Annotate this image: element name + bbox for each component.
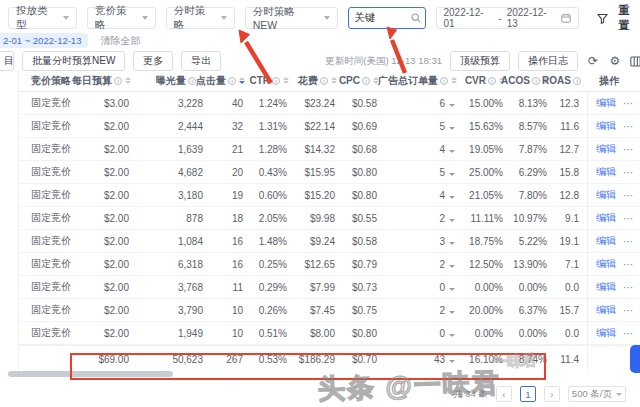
edit-button[interactable]: 编辑 xyxy=(596,142,616,156)
info-icon[interactable] xyxy=(320,77,328,85)
info-icon[interactable] xyxy=(188,77,196,85)
col-header-roas: ROAS xyxy=(555,75,587,86)
toolbar-left: 批量分时预算NEW 更多 导出 xyxy=(22,51,221,71)
sort-carets-icon[interactable] xyxy=(331,77,337,84)
info-icon[interactable] xyxy=(488,77,496,85)
info-icon[interactable] xyxy=(272,77,280,85)
info-icon[interactable] xyxy=(573,77,581,85)
row-more-icon[interactable]: ··· xyxy=(623,167,633,178)
col-header-clicks[interactable]: 点击量 xyxy=(211,74,251,88)
horizontal-scrollbar[interactable] xyxy=(8,371,173,377)
cell-clicks: 18 xyxy=(211,213,251,224)
orders-expand-icon[interactable] xyxy=(449,311,455,314)
refresh-icon[interactable]: ⟳ xyxy=(586,54,600,68)
edit-button[interactable]: 编辑 xyxy=(596,188,616,202)
next-page-button[interactable]: › xyxy=(544,386,560,402)
sort-carets-icon[interactable] xyxy=(125,77,131,84)
filter-delivery-type[interactable]: 投放类型 xyxy=(8,7,77,29)
sort-carets-icon[interactable] xyxy=(451,77,457,84)
orders-expand-icon[interactable] xyxy=(449,334,455,337)
sort-carets-icon[interactable] xyxy=(239,77,245,84)
row-more-icon[interactable]: ··· xyxy=(623,282,633,293)
reset-button[interactable]: 重置 xyxy=(618,3,640,33)
filter-dayparting-new[interactable]: 分时策略NEW xyxy=(245,7,338,29)
orders-expand-icon[interactable] xyxy=(449,150,455,153)
export-button[interactable]: 导出 xyxy=(181,51,221,71)
cell-budget: $2.00 xyxy=(79,282,137,293)
row-more-icon[interactable]: ··· xyxy=(623,305,633,316)
info-icon[interactable] xyxy=(228,77,236,85)
edit-button[interactable]: 编辑 xyxy=(596,257,616,271)
cell-cpc: $0.58 xyxy=(343,98,385,109)
cell-clicks: 10 xyxy=(211,328,251,339)
cell-ctr: 0.43% xyxy=(251,167,295,178)
col-header-budget[interactable]: 每日预算 xyxy=(79,74,137,88)
sort-carets-icon[interactable] xyxy=(283,77,289,84)
row-more-icon[interactable]: ··· xyxy=(623,213,633,224)
top-budget-button[interactable]: 顶级预算 xyxy=(450,51,510,71)
row-more-icon[interactable]: ··· xyxy=(623,121,633,132)
filter-dayparting[interactable]: 分时策略 xyxy=(166,7,235,29)
row-more-icon[interactable]: ··· xyxy=(623,236,633,247)
edit-button[interactable]: 编辑 xyxy=(596,211,616,225)
chevron-down-icon xyxy=(142,16,148,20)
search-input[interactable] xyxy=(355,12,407,24)
clear-all-button[interactable]: 清除全部 xyxy=(100,34,140,48)
edit-button[interactable]: 编辑 xyxy=(596,326,616,340)
cell-acos: 0.00% xyxy=(511,328,555,339)
edit-button[interactable]: 编辑 xyxy=(596,280,616,294)
cell-roas: 7.1 xyxy=(555,259,587,270)
orders-expand-icon[interactable] xyxy=(449,265,455,268)
orders-expand-icon[interactable] xyxy=(449,196,455,199)
edit-button[interactable]: 编辑 xyxy=(596,165,616,179)
page-size-select[interactable]: 500 条/页 xyxy=(568,386,626,402)
edit-button[interactable]: 编辑 xyxy=(596,303,616,317)
operation-log-button[interactable]: 操作日志 xyxy=(518,51,578,71)
date-range-picker[interactable]: 2022-12-01 - 2022-12-13 xyxy=(436,7,580,29)
column-settings-icon[interactable] xyxy=(630,56,640,67)
floating-widget[interactable] xyxy=(630,345,640,373)
clipped-left-button[interactable]: 目 xyxy=(0,51,14,71)
edit-button[interactable]: 编辑 xyxy=(596,119,616,133)
info-icon[interactable] xyxy=(362,77,370,85)
date-filter-tag[interactable]: 2-01 ~ 2022-12-13 xyxy=(0,33,88,48)
orders-expand-icon[interactable] xyxy=(449,173,455,176)
cell-strategy: 固定竞价 xyxy=(19,303,79,317)
page-number[interactable]: 1 xyxy=(520,386,536,402)
orders-expand-icon[interactable] xyxy=(449,104,455,107)
info-icon[interactable] xyxy=(114,77,122,85)
cell-ops: 编辑··· xyxy=(587,276,640,298)
cell-strategy: 固定竞价 xyxy=(19,326,79,340)
col-header-ctr[interactable]: CTR xyxy=(251,75,295,86)
orders-expand-icon[interactable] xyxy=(449,242,455,245)
row-more-icon[interactable]: ··· xyxy=(623,98,633,109)
edit-button[interactable]: 编辑 xyxy=(596,234,616,248)
info-icon[interactable] xyxy=(440,77,448,85)
campaign-table: 竞价策略每日预算曝光量点击量CTR花费CPC广告总订单量CVRACOSROAS操… xyxy=(18,70,640,373)
orders-expand-icon[interactable] xyxy=(449,360,455,363)
cell-cpc: $0.55 xyxy=(343,213,385,224)
info-icon[interactable] xyxy=(532,77,540,85)
cell-clicks: 10 xyxy=(211,305,251,316)
cell-spend: $7.99 xyxy=(295,282,343,293)
row-more-icon[interactable]: ··· xyxy=(623,190,633,201)
orders-expand-icon[interactable] xyxy=(449,127,455,130)
row-more-icon[interactable]: ··· xyxy=(623,328,633,339)
chevron-down-icon xyxy=(324,16,330,20)
orders-expand-icon[interactable] xyxy=(449,219,455,222)
funnel-icon[interactable] xyxy=(597,13,608,24)
edit-button[interactable]: 编辑 xyxy=(596,96,616,110)
cell-orders: 0 xyxy=(385,328,463,339)
orders-expand-icon[interactable] xyxy=(449,288,455,291)
cell-roas: 12.8 xyxy=(555,190,587,201)
more-button[interactable]: 更多 xyxy=(133,51,173,71)
col-header-orders[interactable]: 广告总订单量 xyxy=(385,74,463,88)
prev-page-button[interactable]: ‹ xyxy=(496,386,512,402)
filter-bid-strategy[interactable]: 竞价策略 xyxy=(87,7,156,29)
settings-gear-icon[interactable]: ⚙ xyxy=(608,54,622,68)
col-header-spend[interactable]: 花费 xyxy=(295,74,343,88)
row-more-icon[interactable]: ··· xyxy=(623,144,633,155)
cell-ops: 编辑··· xyxy=(587,207,640,229)
bulk-dayparting-budget-button[interactable]: 批量分时预算NEW xyxy=(22,51,125,71)
row-more-icon[interactable]: ··· xyxy=(623,259,633,270)
